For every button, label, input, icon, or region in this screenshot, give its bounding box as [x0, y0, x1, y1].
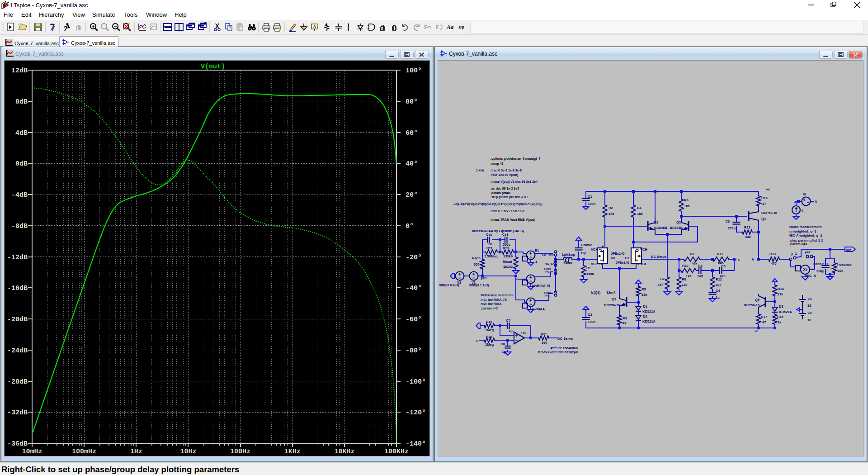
svg-text:Vi: Vi [803, 192, 806, 196]
svg-text:U7: U7 [625, 256, 629, 260]
svg-text:12p: 12p [580, 251, 586, 255]
svg-text:-100°: -100° [406, 378, 426, 386]
svg-text:Q3: Q3 [676, 220, 681, 224]
svg-text:-32dB: -32dB [7, 409, 28, 417]
svg-text:E1: E1 [535, 248, 539, 252]
svg-text:Reference selection:: Reference selection: [481, 293, 514, 297]
svg-text:-20°: -20° [406, 254, 422, 261]
svg-text:450m: 450m [563, 261, 572, 265]
svg-text:R5: R5 [642, 287, 646, 291]
svg-text:Noise measurement: Noise measurement [789, 225, 822, 229]
svg-text:JFEx140: JFEx140 [611, 252, 624, 256]
svg-text:.four 1e3 20 V(out): .four 1e3 20 V(out) [491, 173, 518, 177]
svg-text:-40°: -40° [406, 285, 422, 292]
svg-text:V(out): V(out) [201, 63, 225, 71]
svg-text:.param r=2: .param r=2 [481, 306, 498, 310]
svg-text:-80°: -80° [406, 347, 422, 355]
svg-text:-60°: -60° [406, 316, 422, 323]
svg-text:R15: R15 [777, 315, 783, 319]
svg-text:12dB: 12dB [11, 67, 28, 75]
svg-text:C1: C1 [588, 195, 592, 199]
svg-text:1Hz: 1Hz [130, 448, 142, 456]
svg-text:330p: 330p [816, 269, 825, 273]
svg-text:60°: 60° [406, 129, 418, 137]
svg-text:1k5: 1k5 [684, 204, 690, 208]
svg-text:-20dB: -20dB [7, 316, 28, 323]
svg-text:R9: R9 [690, 252, 694, 256]
svg-text:1k: 1k [778, 320, 782, 324]
svg-text:47k: 47k [692, 261, 698, 266]
svg-text:Inverse-RIAA by Lipshitz (JAES: Inverse-RIAA by Lipshitz (JAES) [472, 229, 524, 233]
svg-text:1Meg: 1Meg [485, 328, 494, 332]
svg-text:.tran 0 3e-3 1e-3 3e-8: .tran 0 3e-3 1e-3 3e-8 [491, 169, 522, 172]
svg-text:C3: C3 [698, 264, 703, 268]
svg-text:18: 18 [807, 304, 811, 308]
svg-text:1k102: 1k102 [503, 265, 513, 269]
svg-text:.temp 42: .temp 42 [491, 162, 504, 166]
svg-text:.param q=1: .param q=1 [789, 242, 807, 246]
svg-text:100KHz: 100KHz [384, 448, 409, 456]
svg-text:y=1: y=1 [791, 252, 797, 256]
svg-text:-140°: -140° [406, 440, 426, 448]
svg-text:Ccable_1: Ccable_1 [813, 262, 828, 266]
svg-text:1k6: 1k6 [686, 274, 692, 278]
svg-text:Aa: Aa [446, 24, 454, 30]
svg-text:-12dB: -12dB [7, 254, 28, 261]
svg-text:+v: +v [599, 262, 603, 266]
svg-text:C6: C6 [725, 219, 730, 223]
svg-text:56k: 56k [542, 341, 547, 345]
svg-text:Rload: Rload [503, 260, 512, 264]
svg-text:SW_TRAN: SW_TRAN [542, 253, 554, 256]
svg-text:R8: R8 [684, 198, 689, 202]
svg-text:1.59Meg: 1.59Meg [484, 254, 498, 258]
svg-text:-16dB: -16dB [7, 285, 28, 292]
svg-text:.options plotwinsize=0 numdgt=: .options plotwinsize=0 numdgt=7 [491, 157, 541, 161]
svg-text:300: 300 [474, 262, 480, 266]
svg-text:VCH: VCH [591, 247, 598, 252]
svg-text:Q1: Q1 [612, 297, 616, 301]
svg-text:Ccable: Ccable [581, 243, 592, 247]
svg-text:+v: +v [636, 248, 640, 251]
svg-text:V4: V4 [807, 311, 812, 315]
svg-text:R4: R4 [637, 206, 642, 210]
svg-text:F: F [436, 24, 439, 30]
svg-text:R20: R20 [486, 335, 492, 339]
svg-text:.step param prb list -1 0 1: .step param prb list -1 0 1 [491, 195, 529, 199]
svg-text:22k: 22k [838, 269, 844, 273]
svg-text:8dB: 8dB [15, 98, 28, 106]
svg-text:15k: 15k [642, 293, 647, 297]
svg-text:4dB: 4dB [15, 129, 28, 137]
svg-text:-24dB: -24dB [7, 347, 28, 355]
svg-text:y=2: y=2 [545, 294, 549, 297]
svg-text:D1: D1 [643, 304, 647, 309]
svg-text:y=2: y=2 [805, 250, 811, 254]
svg-text:Ст1: Ст1 [486, 233, 492, 237]
svg-text:R7: R7 [660, 277, 665, 281]
svg-text:Ii: Ii [802, 209, 803, 213]
svg-text:2n: 2n [488, 242, 492, 246]
svg-text:Rgen: Rgen [472, 256, 481, 260]
svg-text:R19: R19 [486, 320, 492, 324]
svg-text:R17: R17 [761, 315, 767, 319]
svg-text:180: 180 [682, 283, 688, 287]
svg-text:DC-Servo: DC-Servo [557, 337, 573, 341]
svg-text:R11: R11 [717, 252, 723, 256]
svg-text:27k: 27k [778, 292, 783, 296]
svg-text:VCL: VCL [640, 262, 647, 266]
svg-text:1µ: 1µ [502, 350, 506, 354]
svg-text:R21: R21 [541, 332, 547, 336]
svg-text:C2: C2 [588, 313, 592, 317]
svg-text:A: A [550, 346, 553, 350]
svg-text:10KHz: 10KHz [334, 448, 354, 456]
svg-text:C8: C8 [500, 342, 505, 346]
svg-text:Rvolume: Rvolume [837, 263, 852, 267]
svg-text:133k9: 133k9 [503, 254, 513, 258]
svg-text:Ic(Q1) == 12mA: Ic(Q1) == 12mA [591, 290, 616, 294]
svg-text:1n5: 1n5 [697, 274, 703, 278]
svg-text:SINE(0 0 8e3): SINE(0 0 8e3) [439, 284, 459, 287]
svg-text:1Meg: 1Meg [485, 342, 494, 347]
svg-text:R14: R14 [778, 287, 784, 291]
svg-text:Rт1: Rт1 [486, 246, 492, 250]
svg-text:SINE(0 1 1e3): SINE(0 1 1e3) [469, 284, 489, 287]
svg-text:18: 18 [807, 318, 811, 322]
